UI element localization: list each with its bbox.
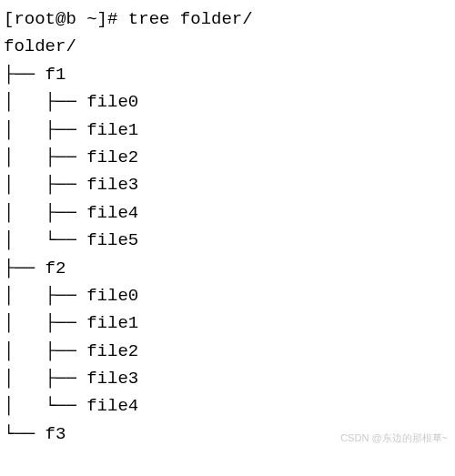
shell-prompt: [root@b ~]# xyxy=(4,9,128,29)
tree-indent: │ xyxy=(4,341,46,361)
tree-line: │ ├── file1 xyxy=(4,309,451,337)
tree-entry-name: file3 xyxy=(86,175,138,195)
tree-indent: │ xyxy=(4,92,46,112)
tree-entry-name: file5 xyxy=(86,230,138,250)
tree-entry-name: file1 xyxy=(86,120,138,140)
tree-entry-name: file0 xyxy=(86,92,138,112)
tree-branch: ├── xyxy=(46,147,87,167)
shell-command: tree folder/ xyxy=(128,9,253,29)
tree-line: │ ├── file0 xyxy=(4,88,451,116)
tree-branch: ├── xyxy=(46,203,87,223)
tree-indent: │ xyxy=(4,203,46,223)
tree-branch: ├── xyxy=(46,175,87,195)
tree-line: │ └── file4 xyxy=(4,392,451,420)
tree-branch: └── xyxy=(4,424,46,444)
tree-indent: │ xyxy=(4,230,46,250)
tree-root: folder/ xyxy=(4,33,451,60)
tree-entry-name: file4 xyxy=(86,203,138,223)
tree-entry-name: f2 xyxy=(46,258,66,279)
tree-branch: ├── xyxy=(4,65,46,85)
tree-branch: ├── xyxy=(46,341,87,361)
tree-indent: │ xyxy=(4,286,46,306)
tree-line: │ ├── file3 xyxy=(4,365,451,392)
tree-indent: │ xyxy=(4,313,46,333)
tree-indent: │ xyxy=(4,369,46,389)
tree-line: │ ├── file1 xyxy=(4,116,451,144)
tree-entry-name: file2 xyxy=(86,341,138,361)
tree-line: │ ├── file2 xyxy=(4,144,451,171)
tree-entry-name: file1 xyxy=(86,313,138,333)
tree-branch: └── xyxy=(46,396,87,416)
tree-line: │ ├── file3 xyxy=(4,171,451,198)
tree-line: ├── f1 xyxy=(4,61,451,88)
tree-entry-name: f1 xyxy=(46,65,66,85)
tree-entry-name: file3 xyxy=(86,369,138,389)
tree-branch: ├── xyxy=(4,258,46,279)
tree-line: │ ├── file4 xyxy=(4,199,451,227)
tree-entry-name: file0 xyxy=(86,286,138,306)
tree-indent: │ xyxy=(4,175,46,195)
tree-branch: ├── xyxy=(46,369,87,389)
tree-line: │ ├── file0 xyxy=(4,282,451,309)
tree-branch: ├── xyxy=(46,92,87,112)
tree-branch: ├── xyxy=(46,120,87,140)
tree-line: ├── f2 xyxy=(4,255,451,282)
tree-output: ├── f1│ ├── file0│ ├── file1│ ├── file2│… xyxy=(4,61,451,448)
tree-line: │ ├── file2 xyxy=(4,338,451,365)
tree-indent: │ xyxy=(4,147,46,167)
tree-branch: ├── xyxy=(46,286,87,306)
tree-line: │ └── file5 xyxy=(4,227,451,254)
tree-indent: │ xyxy=(4,120,46,140)
tree-entry-name: file2 xyxy=(86,147,138,167)
tree-entry-name: file4 xyxy=(86,396,138,416)
tree-branch: └── xyxy=(46,230,87,250)
tree-branch: ├── xyxy=(46,313,87,333)
shell-prompt-line: [root@b ~]# tree folder/ xyxy=(4,5,451,33)
tree-indent: │ xyxy=(4,396,46,416)
tree-entry-name: f3 xyxy=(46,424,66,444)
watermark: CSDN @东边的那根草~ xyxy=(340,430,448,447)
